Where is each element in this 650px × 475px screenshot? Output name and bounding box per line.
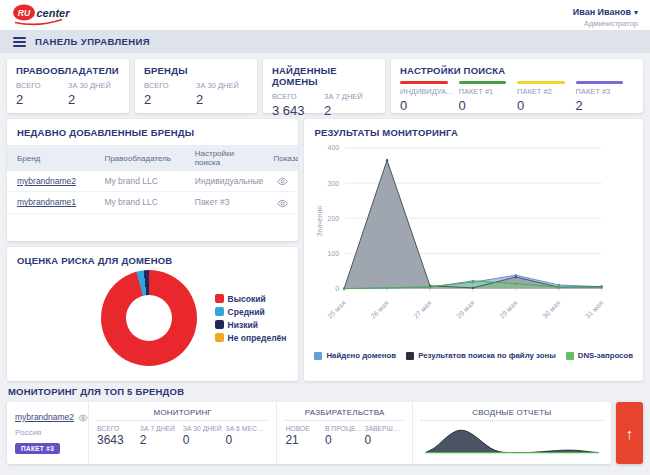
metric: ЗА 30 ДНЕЙ 2 [68,81,120,107]
rucenter-logo[interactable]: RU center [12,3,76,27]
eye-icon[interactable] [78,408,88,426]
eye-icon[interactable] [277,197,288,207]
card-title: НЕДАВНО ДОБАВЛЕННЫЕ БРЕНДЫ [7,127,298,138]
menu-icon[interactable] [13,37,26,47]
top-bar: RU center Иван Иванов▾ Администратор [0,0,650,30]
metric-package-1: ПАКЕТ #1 0 [459,81,518,113]
top5-disputes-cell: РАЗБИРАТЕЛЬСТВА НОВОЕ 21 В ПРОЦЕССЕ 0 ЗА… [277,402,412,464]
color-bar [400,81,448,84]
user-name: Иван Иванов [573,7,631,17]
brand-link[interactable]: mybrandname1 [17,197,76,207]
top5-monitoring-cell: МОНИТОРИНГ ВСЕГО 3643 ЗА 7 ДНЕЙ 2 ЗА 30 … [89,402,277,464]
card-brands: БРЕНДЫ ВСЕГО 2 ЗА 30 ДНЕЙ 2 [135,59,257,113]
svg-text:28 мая: 28 мая [456,299,477,320]
color-bar [459,81,507,84]
section-title-top5: МОНИТОРИНГ ДЛЯ ТОП 5 БРЕНДОВ [8,386,642,397]
monitoring-area-chart: 0100200300400Значения25 мая26 мая27 мая2… [314,140,608,350]
brand-link[interactable]: mybrandname2 [17,176,76,186]
legend-swatch [566,352,574,360]
top5-brand-row: mybrandname2 Россия ПАКЕТ #3 МОНИТОРИНГ … [7,402,611,464]
metric: В ПРОЦЕССЕ 0 [325,425,364,447]
svg-text:26 мая: 26 мая [370,299,391,320]
legend-swatch [215,320,224,329]
svg-text:100: 100 [328,250,340,257]
rucenter-logo-icon: RU center [12,3,76,27]
legend-item: Средний [215,307,287,317]
eye-icon[interactable] [277,176,288,186]
stats-row: ПРАВООБЛАДАТЕЛИ ВСЕГО 2 ЗА 30 ДНЕЙ 2 БРЕ… [7,59,643,113]
user-role: Администратор [573,20,638,29]
svg-text:27 мая: 27 мая [413,299,434,320]
package-badge: ПАКЕТ #3 [15,443,60,454]
legend-swatch [215,333,224,342]
legend-item: DNS-запросов [566,351,633,360]
legend-item: Не определён [215,333,287,343]
svg-text:300: 300 [328,180,340,187]
legend-item: Результатов поиска по файлу зоны [406,351,556,360]
card-title: НАЙДЕННЫЕ ДОМЕНЫ [272,65,376,87]
color-bar [576,81,624,84]
table-row: mybrandname2 My brand LLC Индивидуальные [7,171,298,192]
brand-country: Россия [15,428,80,437]
color-bar [517,81,565,84]
metric: ЗА 6 МЕСЯЦЕВ 0 [226,425,269,447]
metric: ВСЕГО 2 [144,81,196,107]
page-header-bar: ПАНЕЛЬ УПРАВЛЕНИЯ [0,30,650,53]
legend-swatch [314,352,322,360]
metric: ВСЕГО 3643 [97,425,140,447]
metric: ВСЕГО 2 [16,81,68,107]
metric-package-3: ПАКЕТ #3 2 [576,81,635,113]
recent-brands-table: Бренд Правообладатель Настройки поиска П… [7,145,298,214]
metric-individual: ИНДИВИДУАЛЬ... 0 [400,81,459,113]
brand-link[interactable]: mybrandname2 [15,412,74,422]
table-header-row: Бренд Правообладатель Настройки поиска П… [7,145,298,171]
card-recent-brands: НЕДАВНО ДОБАВЛЕННЫЕ БРЕНДЫ Бренд Правооб… [7,119,298,241]
svg-text:31 мая: 31 мая [584,299,605,320]
group-title: СВОДНЫЕ ОТЧЕТЫ [421,408,603,421]
risk-legend: Высокий Средний Низкий Не определён [215,291,289,346]
reports-sparkline-chart [421,423,603,457]
table-row: mybrandname1 My brand LLC Пакет #3 [7,192,298,213]
scroll-to-top-button[interactable]: ↑ [616,402,643,464]
metric: ЗА 30 ДНЕЙ 2 [196,81,248,107]
group-title: РАЗБИРАТЕЛЬСТВА [285,408,403,421]
svg-text:RU: RU [18,8,31,18]
metric: НОВОЕ 21 [285,425,324,447]
risk-donut-chart [101,270,197,366]
group-title: МОНИТОРИНГ [97,408,268,421]
metric: ЗА 30 ДНЕЙ 0 [183,425,226,447]
svg-text:Значения: Значения [317,206,324,237]
user-menu[interactable]: Иван Иванов▾ Администратор [573,1,638,28]
metric-package-2: ПАКЕТ #2 0 [517,81,576,113]
svg-text:30 мая: 30 мая [541,299,562,320]
card-title: ПРАВООБЛАДАТЕЛИ [16,65,120,76]
card-title: ОЦЕНКА РИСКА ДЛЯ ДОМЕНОВ [17,255,288,266]
page-title: ПАНЕЛЬ УПРАВЛЕНИЯ [35,36,150,47]
top5-reports-cell: СВОДНЫЕ ОТЧЕТЫ [413,402,611,464]
card-title: БРЕНДЫ [144,65,248,76]
legend-item: Найдено доменов [314,351,396,360]
legend-swatch [215,307,224,316]
card-found-domains: НАЙДЕННЫЕ ДОМЕНЫ ВСЕГО 3 643 ЗА 7 ДНЕЙ 2 [263,59,385,113]
svg-text:29 мая: 29 мая [498,299,519,320]
card-title: НАСТРОЙКИ ПОИСКА [400,65,634,76]
legend-item: Высокий [215,294,287,304]
legend-swatch [406,352,414,360]
svg-text:200: 200 [328,215,340,222]
legend-item: Низкий [215,320,287,330]
monitoring-legend: Найдено доменов Результатов поиска по фа… [314,351,633,360]
metric: ЗА 7 ДНЕЙ 2 [140,425,183,447]
metric: ЗА 7 ДНЕЙ 2 [324,92,376,118]
svg-text:center: center [37,7,71,19]
metric: ЗАВЕРШЕНО 0 [364,425,403,447]
svg-text:400: 400 [328,144,340,151]
card-title: РЕЗУЛЬТАТЫ МОНИТОРИНГА [314,127,633,138]
svg-text:25 мая: 25 мая [327,299,348,320]
card-domain-risk: ОЦЕНКА РИСКА ДЛЯ ДОМЕНОВ Высокий Средний [7,247,298,381]
card-monitoring-results: РЕЗУЛЬТАТЫ МОНИТОРИНГА 0100200300400Знач… [304,119,643,381]
card-rightsholders: ПРАВООБЛАДАТЕЛИ ВСЕГО 2 ЗА 30 ДНЕЙ 2 [7,59,129,113]
legend-swatch [215,294,224,303]
card-search-settings: НАСТРОЙКИ ПОИСКА ИНДИВИДУАЛЬ... 0 ПАКЕТ … [391,59,643,113]
chevron-down-icon: ▾ [634,8,638,17]
top5-brand-cell: mybrandname2 Россия ПАКЕТ #3 [7,402,89,464]
